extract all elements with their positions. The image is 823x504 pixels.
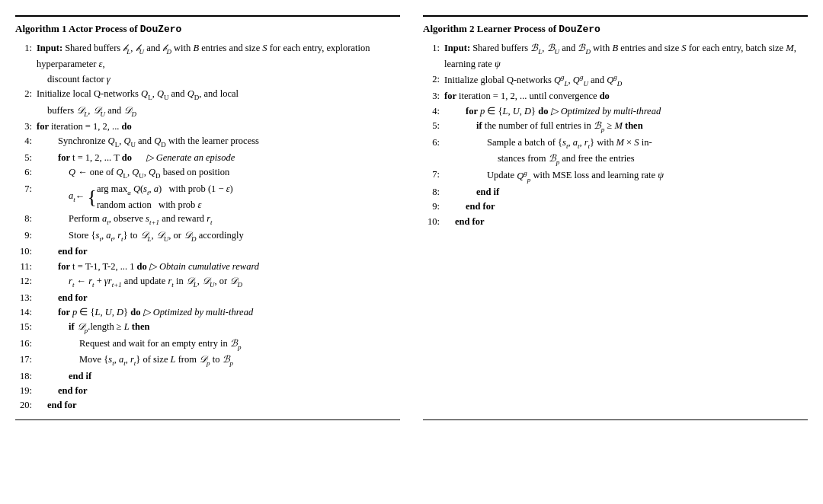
a2-line-3: 3: for iteration = 1, 2, ... until conve… (423, 89, 808, 104)
a2-line-6b: stances from ℬp and free the entries (423, 152, 808, 167)
line-1b: discount factor γ (15, 72, 400, 87)
a2-line-5: 5: if the number of full entries in ℬp ≥… (423, 119, 808, 135)
a2-line-7: 7: Update Qgp with MSE loss and learning… (423, 167, 808, 185)
line-19: 19: end for (15, 384, 400, 398)
line-2: 2: Initialize local Q-networks QL, QU an… (15, 87, 400, 103)
algorithm-2-title: Algorithm 2 Learner Process of DouZero (423, 23, 808, 37)
line-9: 9: Store {st, at, rt} to 𝒟L, 𝒟U, or 𝒟D a… (15, 228, 400, 244)
a2-line-6: 6: Sample a batch of {st, at, rt} with M… (423, 136, 808, 152)
line-3: 3: for iteration = 1, 2, ... do (15, 120, 400, 134)
line-15: 15: if 𝒟p.length ≥ L then (15, 320, 400, 336)
line-8: 8: Perform at, observe st+1 and reward r… (15, 212, 400, 228)
line-13: 13: end for (15, 291, 400, 305)
line-5: 5: for t = 1, 2, ... T do ▷ Generate an … (15, 151, 400, 165)
algorithm-2-lines: 1: Input: Shared buffers ℬL, ℬU and ℬD w… (423, 41, 808, 229)
a2-line-9: 9: end for (423, 199, 808, 214)
a2-line-8: 8: end if (423, 185, 808, 199)
algorithm-1-lines: 1: Input: Shared buffers 𝒷L, 𝒷U and 𝒷D w… (15, 41, 400, 413)
line-17: 17: Move {st, at, rt} of size L from 𝒟p … (15, 352, 400, 368)
line-18: 18: end if (15, 369, 400, 384)
algorithm-1-title: Algorithm 1 Actor Process of DouZero (15, 23, 400, 37)
line-2b: buffers 𝒟L, 𝒟U and 𝒟D (15, 104, 400, 120)
line-20: 20: end for (15, 398, 400, 413)
line-1: 1: Input: Shared buffers 𝒷L, 𝒷U and 𝒷D w… (15, 41, 400, 72)
line-11: 11: for t = T-1, T-2, ... 1 do ▷ Obtain … (15, 260, 400, 274)
a2-line-2: 2: Initialize global Q-networks QgL, QgU… (423, 72, 808, 90)
line-7: 7: at ← { arg maxa Q(st, a) with prob (1… (15, 182, 400, 212)
line-14: 14: for p ∈ {L, U, D} do ▷ Optimized by … (15, 305, 400, 320)
a2-line-1: 1: Input: Shared buffers ℬL, ℬU and ℬD w… (423, 41, 808, 72)
algorithm-1-box: Algorithm 1 Actor Process of DouZero 1: … (15, 15, 400, 420)
algorithms-container: Algorithm 1 Actor Process of DouZero 1: … (15, 15, 808, 420)
a2-line-4: 4: for p ∈ {L, U, D} do ▷ Optimized by m… (423, 104, 808, 119)
line-12: 12: rt ← rt + γrt+1 and update rt in 𝒟L,… (15, 274, 400, 290)
line-16: 16: Request and wait for an empty entry … (15, 337, 400, 352)
a2-line-10: 10: end for (423, 215, 808, 229)
line-6: 6: Q ← one of QL, QU, QD based on positi… (15, 165, 400, 181)
line-4: 4: Synchronize QL, QU and QD with the le… (15, 134, 400, 150)
line-10: 10: end for (15, 244, 400, 259)
algorithm-2-box: Algorithm 2 Learner Process of DouZero 1… (423, 15, 808, 420)
